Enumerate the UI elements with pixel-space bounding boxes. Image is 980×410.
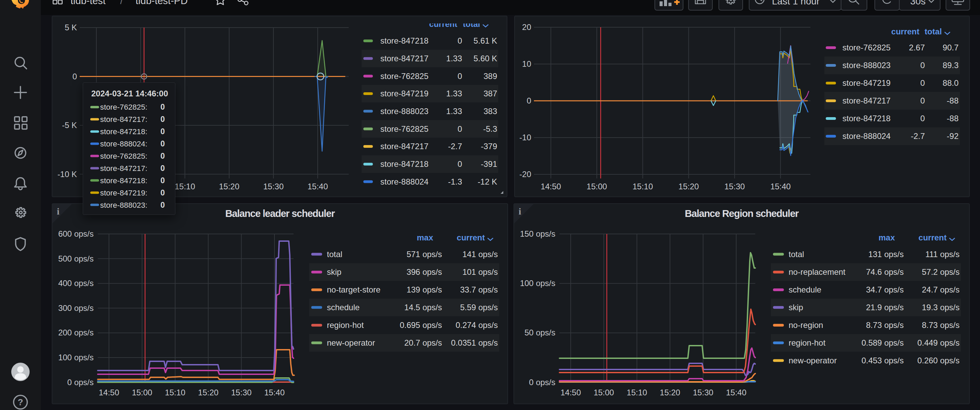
svg-text:5 K: 5 K — [65, 23, 77, 32]
svg-text:region-hot: region-hot — [327, 321, 364, 330]
svg-text:15:40: 15:40 — [264, 388, 285, 397]
svg-text:139 ops/s: 139 ops/s — [407, 285, 442, 294]
svg-text:0: 0 — [920, 96, 925, 105]
svg-text:34.7 ops/s: 34.7 ops/s — [866, 285, 904, 294]
svg-text:0: 0 — [161, 176, 165, 185]
svg-text:15:40: 15:40 — [770, 182, 791, 191]
svg-text:10: 10 — [522, 59, 531, 68]
svg-text:0: 0 — [458, 72, 462, 81]
svg-text:0: 0 — [73, 72, 77, 81]
svg-text:1.33: 1.33 — [446, 54, 462, 63]
svg-text:-391: -391 — [481, 159, 497, 168]
svg-text:0.0351 ops/s: 0.0351 ops/s — [451, 338, 498, 347]
svg-text:50 ops/s: 50 ops/s — [524, 328, 555, 337]
svg-text:current: current — [891, 27, 920, 36]
svg-text:store-888024:: store-888024: — [100, 140, 148, 148]
svg-text:store-847218:: store-847218: — [100, 176, 148, 185]
svg-text:no-replacement: no-replacement — [789, 267, 845, 277]
svg-text:15:30: 15:30 — [693, 388, 713, 397]
svg-text:89.3: 89.3 — [943, 60, 959, 70]
svg-text:store-847219:: store-847219: — [100, 189, 148, 197]
svg-text:571 ops/s: 571 ops/s — [407, 249, 442, 259]
svg-text:57.2 ops/s: 57.2 ops/s — [922, 267, 959, 277]
svg-text:141 ops/s: 141 ops/s — [462, 249, 498, 259]
svg-text:tidb-test-PD: tidb-test-PD — [135, 0, 188, 6]
svg-text:0.449 ops/s: 0.449 ops/s — [917, 338, 959, 347]
svg-text:0: 0 — [920, 60, 925, 70]
svg-text:-12 K: -12 K — [478, 177, 497, 186]
svg-text:-5.3: -5.3 — [483, 124, 497, 133]
svg-text:new-operator: new-operator — [789, 356, 837, 365]
svg-text:store-888024: store-888024 — [380, 177, 428, 186]
svg-text:max: max — [417, 233, 433, 242]
svg-text:total: total — [327, 249, 342, 259]
svg-text:14.5 ops/s: 14.5 ops/s — [404, 303, 442, 312]
svg-text:383: 383 — [484, 106, 497, 116]
svg-text:5.61 K: 5.61 K — [474, 36, 497, 45]
svg-text:region-hot: region-hot — [789, 338, 826, 347]
svg-text:15:00: 15:00 — [593, 388, 614, 397]
svg-text:?: ? — [18, 397, 23, 407]
svg-text:-2.7: -2.7 — [911, 132, 925, 141]
svg-text:/: / — [120, 0, 123, 6]
svg-text:i: i — [519, 207, 521, 216]
svg-text:0.274 ops/s: 0.274 ops/s — [456, 321, 498, 330]
svg-text:15:30: 15:30 — [263, 182, 284, 191]
svg-text:store-762825:: store-762825: — [100, 103, 148, 111]
svg-text:total: total — [463, 19, 480, 29]
svg-text:396 ops/s: 396 ops/s — [407, 267, 442, 277]
svg-text:19.3 ops/s: 19.3 ops/s — [922, 303, 959, 312]
svg-text:schedule: schedule — [789, 285, 821, 294]
svg-text:-92: -92 — [947, 132, 959, 141]
svg-text:store-888024: store-888024 — [842, 132, 891, 141]
svg-text:15:40: 15:40 — [307, 182, 328, 191]
svg-text:Balance Region scheduler: Balance Region scheduler — [685, 208, 799, 219]
svg-text:0: 0 — [161, 127, 165, 136]
svg-text:store-762825:: store-762825: — [100, 152, 148, 161]
svg-text:15:10: 15:10 — [165, 388, 185, 397]
svg-text:111 ops/s: 111 ops/s — [925, 249, 959, 259]
svg-text:0 ops/s: 0 ops/s — [67, 378, 94, 387]
svg-text:0.260 ops/s: 0.260 ops/s — [917, 356, 959, 365]
svg-text:store-847219: store-847219 — [842, 78, 891, 87]
svg-text:300 ops/s: 300 ops/s — [58, 304, 94, 313]
svg-text:store-847217: store-847217 — [842, 96, 891, 105]
svg-text:-379: -379 — [481, 141, 497, 151]
svg-text:max: max — [878, 233, 895, 242]
svg-text:387: 387 — [484, 89, 497, 98]
svg-text:15:20: 15:20 — [219, 182, 239, 191]
svg-text:current: current — [429, 19, 457, 29]
svg-text:store-847217: store-847217 — [380, 141, 428, 151]
svg-text:0: 0 — [458, 36, 462, 45]
svg-text:-88: -88 — [947, 114, 959, 123]
svg-text:2.67: 2.67 — [909, 43, 925, 52]
svg-text:Balance leader scheduler: Balance leader scheduler — [226, 208, 335, 219]
svg-text:30s: 30s — [910, 0, 926, 6]
svg-text:15:20: 15:20 — [198, 388, 219, 397]
svg-text:-20: -20 — [519, 170, 531, 179]
svg-text:-10: -10 — [519, 133, 531, 142]
svg-text:21.9 ops/s: 21.9 ops/s — [866, 303, 904, 312]
svg-text:33.7 ops/s: 33.7 ops/s — [460, 285, 498, 294]
svg-text:15:10: 15:10 — [175, 182, 195, 191]
svg-text:88.0: 88.0 — [943, 78, 959, 87]
svg-text:0: 0 — [161, 188, 165, 197]
svg-text:0.589 ops/s: 0.589 ops/s — [862, 338, 904, 347]
svg-text:total: total — [924, 27, 942, 36]
svg-text:0: 0 — [458, 159, 462, 168]
svg-text:15:10: 15:10 — [632, 182, 653, 191]
svg-text:0: 0 — [458, 124, 462, 133]
svg-text:store-888023: store-888023 — [380, 106, 428, 116]
svg-text:store-888023:: store-888023: — [100, 201, 148, 210]
svg-text:Last 1 hour: Last 1 hour — [772, 0, 819, 6]
svg-text:skip: skip — [327, 267, 342, 277]
svg-text:store-847218: store-847218 — [842, 114, 891, 123]
svg-text:24.7 ops/s: 24.7 ops/s — [922, 285, 959, 294]
svg-text:0: 0 — [527, 96, 531, 105]
svg-text:2024-03-21 14:46:00: 2024-03-21 14:46:00 — [91, 89, 168, 98]
svg-text:total: total — [789, 249, 804, 259]
svg-text:store-762825: store-762825 — [380, 72, 428, 81]
svg-text:skip: skip — [789, 303, 803, 312]
svg-text:1.33: 1.33 — [446, 106, 462, 116]
svg-text:store-847217: store-847217 — [380, 54, 428, 63]
